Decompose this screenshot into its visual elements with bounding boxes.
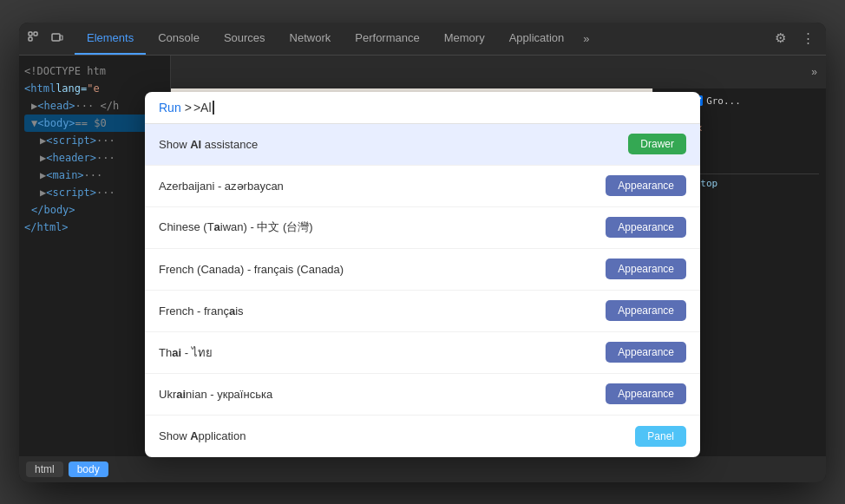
command-row-button-french-canada[interactable]: Appearance (606, 259, 686, 279)
tab-bar-right: ⚙ ⋮ (769, 27, 819, 49)
command-row-label-french-canada: French (Canada) - français (Canada) (159, 263, 606, 276)
command-row-button-thai[interactable]: Appearance (606, 342, 686, 363)
tree-line[interactable]: ▶ <head> ··· </h (24, 97, 165, 115)
more-options-icon[interactable]: ⋮ (796, 27, 819, 49)
svg-rect-0 (29, 32, 32, 36)
settings-icon[interactable]: ⚙ (769, 27, 791, 49)
svg-rect-3 (52, 34, 60, 41)
cursor-icon[interactable] (26, 29, 43, 47)
command-row-ukrainian[interactable]: Ukrainian - українськаAppearance (145, 374, 700, 416)
chevron-right-icon[interactable]: » (811, 66, 817, 78)
command-row-label-chinese-taiwan: Chinese (Taiwan) - 中文 (台灣) (159, 219, 606, 235)
command-row-label-french: French - français (159, 304, 606, 317)
tree-line[interactable]: ▶ <script> ··· (24, 184, 165, 201)
svg-rect-4 (60, 36, 62, 40)
breadcrumb-html[interactable]: html (26, 461, 63, 477)
command-row-label-show-application: Show Application (159, 429, 635, 442)
command-row-label-thai: Thai - ไทย (159, 344, 606, 362)
tree-line[interactable]: </html> (24, 219, 165, 236)
command-row-label-show-ai: Show AI assistance (159, 138, 628, 151)
command-row-chinese-taiwan[interactable]: Chinese (Taiwan) - 中文 (台灣)Appearance (145, 207, 700, 249)
command-row-button-chinese-taiwan[interactable]: Appearance (606, 217, 686, 238)
tree-line[interactable]: ▶ <header> ··· (24, 149, 165, 167)
tab-overflow-button[interactable]: » (576, 32, 596, 45)
command-row-french[interactable]: French - françaisAppearance (145, 291, 700, 332)
tab-bar: Elements Console Sources Network Perform… (19, 23, 826, 56)
command-row-show-application[interactable]: Show ApplicationPanel (145, 416, 700, 456)
svg-rect-1 (34, 32, 37, 36)
devtools-window: Elements Console Sources Network Perform… (19, 23, 826, 482)
right-panel-top: » (171, 56, 826, 88)
command-results: Show AI assistanceDrawerAzerbaijani - az… (145, 124, 700, 456)
tree-line: <!DOCTYPE htm (24, 62, 165, 80)
command-palette: Run > >Al Show AI assistanceDrawerAzerba… (145, 92, 700, 456)
tab-network[interactable]: Network (278, 23, 344, 56)
tree-line[interactable]: </body> (24, 201, 165, 219)
command-row-french-canada[interactable]: French (Canada) - français (Canada)Appea… (145, 249, 700, 291)
tab-sources[interactable]: Sources (212, 23, 278, 56)
bottom-bar: html body (19, 456, 826, 482)
tab-bar-icons (26, 29, 66, 47)
svg-rect-2 (29, 37, 32, 41)
tab-performance[interactable]: Performance (343, 23, 431, 56)
command-row-button-ukrainian[interactable]: Appearance (606, 383, 686, 404)
command-row-button-show-application[interactable]: Panel (635, 426, 686, 447)
breadcrumb-body[interactable]: body (69, 461, 108, 477)
tab-console[interactable]: Console (146, 23, 212, 56)
tree-line[interactable]: ▶ <script> ··· (24, 132, 165, 149)
tree-line-body[interactable]: ▼ <body> == $0 (24, 115, 165, 132)
tab-memory[interactable]: Memory (432, 23, 497, 56)
command-row-button-show-ai[interactable]: Drawer (628, 134, 686, 154)
tree-line[interactable]: ▶ <main> ··· (24, 167, 165, 184)
device-icon[interactable] (49, 29, 66, 47)
command-row-label-ukrainian: Ukrainian - українська (159, 388, 606, 401)
tree-line[interactable]: <html lang= "e (24, 80, 165, 97)
main-content: <!DOCTYPE htm <html lang= "e ▶ <head> ··… (19, 56, 826, 456)
tab-application[interactable]: Application (497, 23, 577, 56)
tab-elements[interactable]: Elements (75, 23, 146, 56)
command-query: >Al (193, 101, 212, 115)
command-input-area: Run > >Al (145, 92, 700, 124)
run-label: Run (159, 101, 181, 115)
command-row-button-french[interactable]: Appearance (606, 300, 686, 321)
command-row-label-azerbaijani: Azerbaijani - azərbaycan (159, 180, 606, 193)
command-row-button-azerbaijani[interactable]: Appearance (606, 175, 686, 196)
command-row-azerbaijani[interactable]: Azerbaijani - azərbaycanAppearance (145, 166, 700, 207)
text-cursor (213, 101, 214, 115)
command-row-thai[interactable]: Thai - ไทยAppearance (145, 332, 700, 374)
command-row-show-ai[interactable]: Show AI assistanceDrawer (145, 124, 700, 166)
